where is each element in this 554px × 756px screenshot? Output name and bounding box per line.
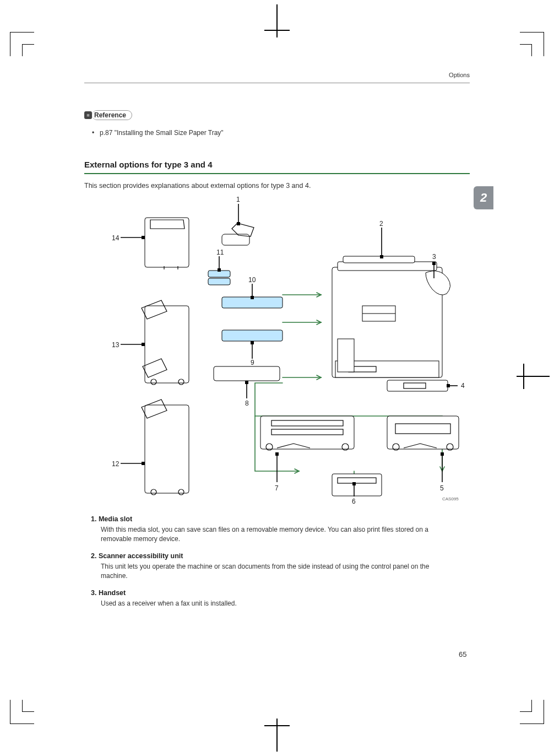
- reference-bullet: p.87 "Installing the Small Size Paper Tr…: [100, 129, 224, 137]
- label-11: 11: [216, 249, 224, 256]
- header-rule: [84, 83, 470, 83]
- svg-rect-2: [343, 256, 415, 263]
- section-intro: This section provides explanations about…: [84, 182, 311, 190]
- svg-rect-49: [145, 218, 189, 267]
- svg-rect-19: [260, 416, 354, 449]
- definitions-list: 1. Media slot With this media slot, you …: [84, 515, 470, 616]
- svg-rect-36: [214, 366, 280, 381]
- label-3: 3: [432, 253, 436, 261]
- svg-rect-53: [142, 236, 145, 239]
- page-section-label: Options: [449, 72, 470, 78]
- svg-rect-14: [380, 255, 383, 258]
- chapter-tab: 2: [474, 186, 493, 209]
- svg-rect-63: [142, 462, 145, 465]
- label-10: 10: [248, 276, 256, 284]
- reference-badge: ≡ Reference: [84, 110, 132, 120]
- svg-rect-16: [432, 262, 436, 265]
- svg-rect-41: [251, 341, 254, 344]
- definition-item: 1. Media slot With this media slot, you …: [84, 515, 470, 544]
- svg-rect-8: [387, 380, 448, 391]
- svg-rect-35: [275, 452, 279, 456]
- label-6: 6: [352, 498, 356, 505]
- def-body: With this media slot, you can save scan …: [84, 525, 453, 544]
- svg-rect-46: [208, 278, 230, 285]
- center-mark-top: [264, 4, 290, 37]
- crop-mark: [520, 44, 532, 56]
- diagram-code: CAS095: [442, 496, 459, 501]
- label-2: 2: [379, 220, 383, 228]
- def-title: Handset: [99, 589, 126, 597]
- svg-rect-12: [237, 222, 240, 225]
- definition-item: 2. Scanner accessibility unit This unit …: [84, 552, 470, 581]
- def-num: 2.: [91, 552, 96, 560]
- svg-rect-31: [441, 452, 444, 456]
- def-num: 1.: [91, 515, 96, 523]
- svg-rect-58: [142, 343, 145, 346]
- svg-rect-18: [447, 384, 450, 387]
- label-4: 4: [461, 382, 465, 390]
- crop-mark: [22, 700, 34, 712]
- section-underline: [84, 173, 470, 174]
- label-14: 14: [112, 234, 119, 242]
- label-13: 13: [112, 341, 119, 349]
- label-9: 9: [251, 359, 254, 366]
- reference-label: Reference: [92, 110, 132, 120]
- svg-rect-48: [218, 268, 221, 272]
- options-diagram: .ln { stroke:#000; stroke-width:1.2; fil…: [112, 196, 453, 504]
- reference-icon: ≡: [84, 111, 92, 119]
- svg-rect-38: [245, 381, 248, 384]
- label-8: 8: [245, 399, 249, 407]
- svg-rect-28: [332, 474, 382, 496]
- label-7: 7: [275, 484, 279, 492]
- def-body: This unit lets you operate the machine o…: [84, 562, 453, 581]
- svg-rect-33: [352, 482, 356, 485]
- label-5: 5: [440, 484, 444, 492]
- svg-rect-59: [145, 405, 189, 493]
- label-1: 1: [236, 196, 240, 203]
- center-mark-right: [517, 364, 550, 389]
- svg-rect-7: [338, 339, 354, 372]
- page-number: 65: [459, 650, 466, 658]
- label-12: 12: [112, 460, 119, 468]
- center-mark-bottom: [264, 719, 290, 752]
- svg-rect-44: [251, 296, 254, 299]
- crop-mark: [22, 44, 34, 56]
- def-body: Used as a receiver when a fax unit is in…: [84, 599, 453, 608]
- crop-mark: [520, 700, 532, 712]
- def-title: Scanner accessibility unit: [99, 552, 183, 560]
- definition-item: 3. Handset Used as a receiver when a fax…: [84, 589, 470, 608]
- svg-rect-39: [222, 330, 283, 341]
- def-num: 3.: [91, 589, 96, 597]
- section-heading: External options for type 3 and 4: [84, 160, 213, 169]
- def-title: Media slot: [99, 515, 132, 523]
